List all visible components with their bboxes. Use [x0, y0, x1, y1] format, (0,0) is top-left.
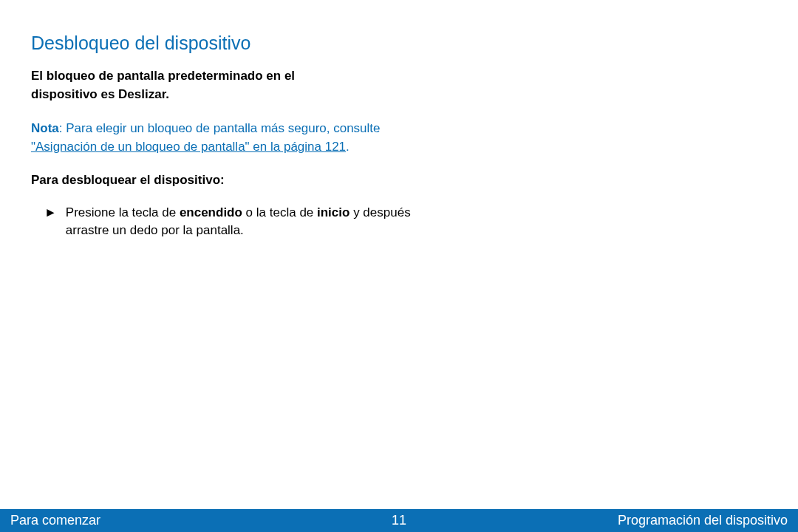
- instruction-bold1: encendido: [180, 205, 242, 219]
- instruction-part2: o la tecla de: [242, 205, 317, 219]
- page-content: Desbloqueo del dispositivo El bloqueo de…: [0, 0, 798, 240]
- page-footer: Para comenzar 11 Programación del dispos…: [0, 509, 798, 532]
- note-period: .: [346, 140, 349, 154]
- note-link[interactable]: "Asignación de un bloqueo de pantalla" e…: [31, 140, 346, 154]
- footer-right: Programación del dispositivo: [618, 513, 788, 528]
- instruction-subhead: Para desbloquear el dispositivo:: [31, 173, 767, 188]
- section-heading: Desbloqueo del dispositivo: [31, 33, 767, 54]
- footer-left: Para comenzar: [10, 513, 100, 528]
- instruction-text: Presione la tecla de encendido o la tecl…: [66, 204, 415, 240]
- intro-paragraph: El bloqueo de pantalla predeterminado en…: [31, 67, 356, 103]
- instruction-bold2: inicio: [317, 205, 349, 219]
- note-text: : Para elegir un bloqueo de pantalla más…: [59, 121, 381, 135]
- instruction-row: ► Presione la tecla de encendido o la te…: [31, 204, 415, 240]
- note-label: Nota: [31, 121, 59, 135]
- triangle-right-icon: ►: [44, 204, 57, 222]
- footer-page-number: 11: [392, 513, 406, 528]
- instruction-part1: Presione la tecla de: [66, 205, 180, 219]
- note-block: Nota: Para elegir un bloqueo de pantalla…: [31, 120, 415, 156]
